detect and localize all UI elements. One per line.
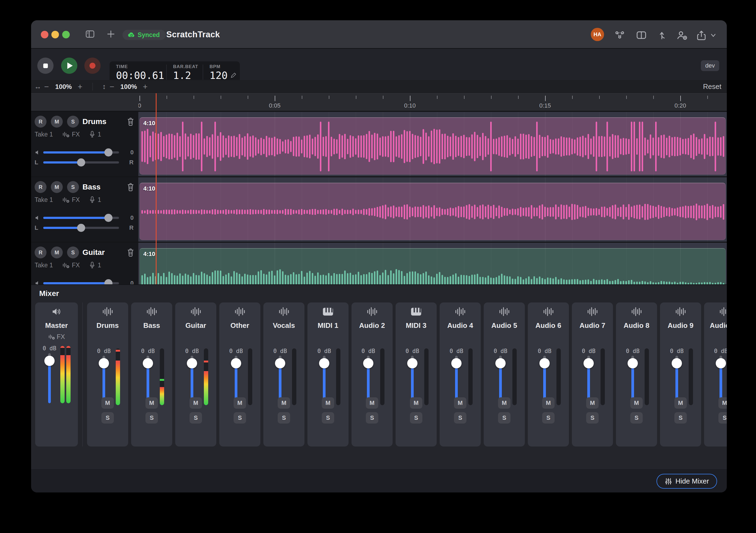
mixer-strip-midi-3[interactable]: MIDI 3 0 dB M S [395, 303, 437, 446]
mute-button[interactable]: M [51, 181, 63, 193]
strip-mute-button[interactable]: M [542, 397, 554, 409]
audio-region[interactable]: 4:10 [140, 248, 726, 284]
playhead[interactable] [156, 93, 156, 284]
h-zoom-out-button[interactable]: − [42, 80, 51, 93]
mic-input-icon[interactable] [89, 261, 95, 269]
volume-slider[interactable] [43, 217, 119, 219]
mixer-strip-audio-2[interactable]: Audio 2 0 dB M S [352, 303, 392, 446]
volume-slider[interactable] [43, 282, 119, 284]
volume-knob[interactable] [104, 279, 113, 284]
fx-label[interactable]: FX [72, 131, 80, 138]
record-arm-button[interactable]: R [35, 247, 46, 258]
strip-mute-button[interactable]: M [101, 397, 114, 409]
strip-mute-button[interactable]: M [586, 397, 599, 409]
strip-mute-button[interactable]: M [322, 397, 334, 409]
strip-solo-button[interactable]: S [322, 412, 334, 423]
fader-knob[interactable] [187, 358, 197, 368]
mic-input-icon[interactable] [89, 131, 95, 138]
delete-track-button[interactable] [125, 116, 137, 128]
fx-label[interactable]: FX [72, 262, 80, 269]
strip-solo-button[interactable]: S [454, 412, 467, 423]
fader-knob[interactable] [407, 358, 418, 368]
track-lane[interactable]: 4:10 [138, 177, 727, 242]
strip-solo-button[interactable]: S [366, 412, 378, 423]
strip-mute-button[interactable]: M [630, 397, 643, 409]
strip-solo-button[interactable]: S [233, 412, 246, 423]
strip-solo-button[interactable]: S [718, 412, 727, 423]
mixer-strip-bass[interactable]: Bass 0 dB M S [131, 303, 172, 446]
play-button[interactable] [61, 58, 77, 74]
strip-mute-button[interactable]: M [233, 397, 246, 409]
add-fx-icon[interactable] [62, 131, 70, 138]
chevron-down-icon[interactable] [709, 32, 717, 40]
mixer-strip-audio-7[interactable]: Audio 7 0 dB M S [572, 303, 613, 446]
fader-knob[interactable] [231, 358, 241, 368]
strip-solo-button[interactable]: S [101, 412, 114, 423]
strip-solo-button[interactable]: S [498, 412, 510, 423]
mute-button[interactable]: M [51, 247, 63, 258]
timeline-ruler[interactable]: 00:050:100:150:20 [31, 93, 727, 111]
audio-region[interactable]: 4:10 [140, 117, 726, 174]
track-lane[interactable]: 4:10 [138, 112, 727, 176]
strip-solo-button[interactable]: S [630, 412, 643, 423]
mixer-strip-midi-1[interactable]: MIDI 1 0 dB M S [308, 303, 348, 446]
fader-knob[interactable] [275, 358, 285, 368]
sync-status-badge[interactable]: Synced [122, 30, 166, 40]
delete-track-button[interactable] [125, 247, 137, 258]
track-header[interactable]: R M S Guitar Take 1 FX 1 [31, 243, 138, 284]
fader-knob[interactable] [583, 358, 594, 368]
mixer-strip-audio-9[interactable]: Audio 9 0 dB M S [660, 303, 701, 446]
master-fader-knob[interactable] [44, 356, 55, 366]
reset-zoom-button[interactable]: Reset [703, 80, 721, 93]
fader-knob[interactable] [495, 358, 506, 368]
mixer-strip-guitar[interactable]: Guitar 0 dB M S [175, 303, 216, 446]
strip-mute-button[interactable]: M [410, 397, 422, 409]
track-header[interactable]: R M S Drums Take 1 FX 1 [31, 112, 138, 176]
fader-knob[interactable] [716, 358, 726, 368]
record-arm-button[interactable]: R [35, 116, 46, 128]
mixer-strip-other[interactable]: Other 0 dB M S [219, 303, 260, 446]
fader-knob[interactable] [363, 358, 373, 368]
pointer-tool-icon[interactable] [657, 29, 668, 42]
pan-knob[interactable] [77, 224, 85, 232]
minimize-window-button[interactable] [51, 31, 59, 39]
mixer-strip-drums[interactable]: Drums 0 dB M S [87, 303, 128, 446]
avatar[interactable]: HA [591, 28, 604, 41]
strip-mute-button[interactable]: M [278, 397, 290, 409]
fader-knob[interactable] [539, 358, 550, 368]
track-lane[interactable]: 4:10 [138, 243, 727, 284]
volume-knob[interactable] [104, 214, 113, 222]
pan-knob[interactable] [77, 158, 85, 167]
mixer-strip-audio-4[interactable]: Audio 4 0 dB M S [440, 303, 481, 446]
mixer-strip-audio-5[interactable]: Audio 5 0 dB M S [484, 303, 525, 446]
mixer-strip-audio-8[interactable]: Audio 8 0 dB M S [616, 303, 657, 446]
take-label[interactable]: Take 1 [35, 262, 53, 269]
maximize-window-button[interactable] [62, 31, 70, 39]
v-zoom-in-button[interactable]: + [141, 80, 150, 93]
solo-button[interactable]: S [67, 181, 79, 193]
strip-mute-button[interactable]: M [718, 397, 727, 409]
strip-solo-button[interactable]: S [146, 412, 158, 423]
strip-solo-button[interactable]: S [542, 412, 554, 423]
strip-solo-button[interactable]: S [278, 412, 290, 423]
share-nodes-icon[interactable] [614, 29, 625, 42]
record-arm-button[interactable]: R [35, 181, 46, 193]
add-collaborator-icon[interactable] [676, 29, 688, 42]
take-label[interactable]: Take 1 [35, 196, 53, 203]
add-fx-icon[interactable] [62, 262, 70, 269]
mic-input-icon[interactable] [89, 196, 95, 203]
v-zoom-out-button[interactable]: − [107, 80, 117, 93]
strip-solo-button[interactable]: S [410, 412, 422, 423]
mixer-strip-vocals[interactable]: Vocals 0 dB M S [263, 303, 305, 446]
fx-label[interactable]: FX [72, 196, 80, 203]
take-label[interactable]: Take 1 [35, 131, 53, 138]
new-track-button[interactable] [106, 29, 116, 40]
solo-button[interactable]: S [67, 116, 79, 128]
strip-solo-button[interactable]: S [190, 412, 202, 423]
edit-bpm-icon[interactable] [230, 72, 236, 78]
add-fx-icon[interactable] [62, 196, 70, 203]
fader-knob[interactable] [319, 358, 329, 368]
mixer-strip-audio-10[interactable]: Audio 10 0 dB M S [704, 303, 727, 446]
strip-solo-button[interactable]: S [586, 412, 599, 423]
fader-knob[interactable] [143, 358, 153, 368]
